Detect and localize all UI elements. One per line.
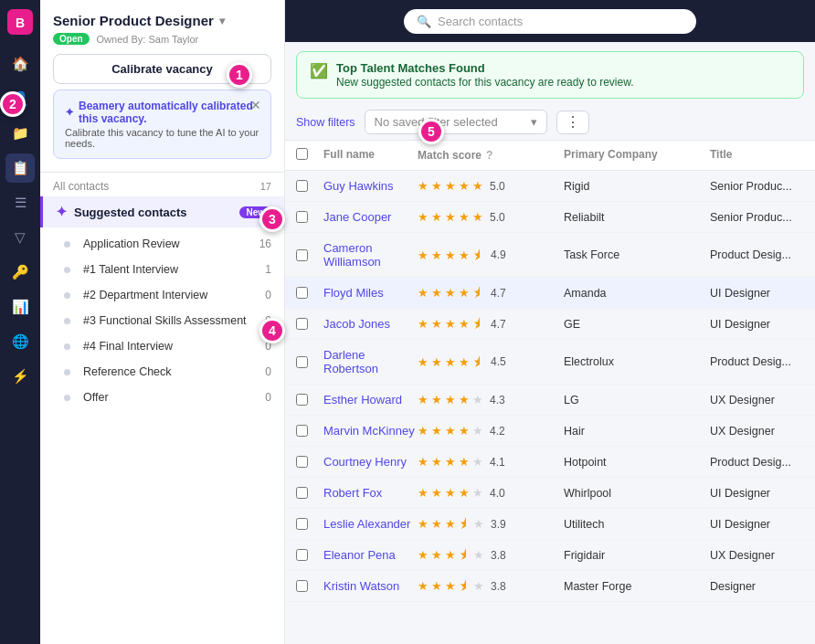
select-all-checkbox[interactable] <box>296 148 308 160</box>
table-row: Eleanor Pena ★★★⯨★ 3.8 Frigidair UX Desi… <box>285 540 815 571</box>
chevron-down-icon[interactable]: ▾ <box>219 15 225 27</box>
contact-name[interactable]: Floyd Miles <box>323 286 418 300</box>
star-full-icon: ★ <box>418 355 429 369</box>
job-title: UI Designer <box>710 518 804 531</box>
star-full-icon: ★ <box>431 486 442 500</box>
contact-name[interactable]: Eleanor Pena <box>323 548 418 562</box>
row-checkbox[interactable] <box>296 318 308 330</box>
nav-bolt[interactable]: ⚡ <box>5 362 35 391</box>
contact-name[interactable]: Jane Cooper <box>323 210 418 224</box>
stage-item[interactable]: Reference Check 0 <box>40 359 284 385</box>
contact-name[interactable]: Darlene Robertson <box>323 348 418 375</box>
show-filters-button[interactable]: Show filters <box>296 116 355 129</box>
close-icon[interactable]: ✕ <box>250 98 261 112</box>
filter-more-button[interactable]: ⋮ <box>556 111 589 134</box>
stage-item[interactable]: Offer 0 <box>40 385 284 410</box>
row-checkbox-cell <box>296 487 323 499</box>
score-value: 4.7 <box>491 287 506 300</box>
stage-item[interactable]: Application Review 16 <box>40 231 284 257</box>
star-full-icon: ★ <box>445 317 456 331</box>
star-full-icon: ★ <box>459 486 470 500</box>
filter-select[interactable]: No saved filter selected ▾ <box>365 110 547 134</box>
row-checkbox-cell <box>296 180 323 192</box>
stage-count: 1 <box>265 263 271 276</box>
nav-key[interactable]: 🔑 <box>5 258 35 287</box>
row-checkbox[interactable] <box>296 356 308 368</box>
row-checkbox[interactable] <box>296 456 308 468</box>
banner-title: Top Talent Matches Found <box>336 61 634 75</box>
star-full-icon: ★ <box>418 579 429 593</box>
contact-name[interactable]: Robert Fox <box>323 486 418 500</box>
row-checkbox[interactable] <box>296 425 308 437</box>
row-checkbox[interactable] <box>296 287 308 299</box>
row-checkbox-cell <box>296 518 323 530</box>
stage-name: #4 Final Interview <box>83 340 173 353</box>
job-title: UI Designer <box>710 487 804 500</box>
contact-name[interactable]: Marvin McKinney <box>323 424 418 438</box>
nav-globe[interactable]: 🌐 <box>5 327 35 356</box>
stage-item[interactable]: #2 Department Interview 0 <box>40 282 284 308</box>
match-score-cell: ★★★★★ 4.0 <box>418 486 564 500</box>
row-checkbox[interactable] <box>296 394 308 406</box>
search-box[interactable]: 🔍 Search contacts <box>404 9 696 34</box>
match-score-cell: ★★★★★ 5.0 <box>418 179 564 193</box>
calibrate-button[interactable]: Calibrate vacancy <box>53 54 271 84</box>
row-checkbox-cell <box>296 394 323 406</box>
row-checkbox[interactable] <box>296 211 308 223</box>
job-title: Senior Produc... <box>710 180 804 193</box>
contact-name[interactable]: Leslie Alexander <box>323 517 418 531</box>
star-full-icon: ★ <box>445 248 456 262</box>
contact-name[interactable]: Kristin Watson <box>323 579 418 593</box>
row-checkbox[interactable] <box>296 249 308 261</box>
logo[interactable]: B <box>7 9 33 35</box>
stage-item[interactable]: #4 Final Interview 0 <box>40 333 284 359</box>
star-full-icon: ★ <box>418 210 429 224</box>
company-name: Master Forge <box>564 580 710 593</box>
contact-name[interactable]: Cameron Williamson <box>323 241 418 269</box>
nav-filter[interactable]: ▽ <box>5 223 35 252</box>
contact-name[interactable]: Guy Hawkins <box>323 179 418 193</box>
company-name: LG <box>564 394 710 406</box>
score-value: 3.8 <box>491 580 506 593</box>
row-checkbox[interactable] <box>296 518 308 530</box>
star-empty-icon: ★ <box>472 424 483 438</box>
star-full-icon: ★ <box>459 393 470 406</box>
match-score-cell: ★★★★★ 4.1 <box>418 455 564 469</box>
nav-inbox[interactable]: 📋 <box>5 153 35 183</box>
nav-folders[interactable]: 📁 <box>5 119 35 148</box>
nav-chart[interactable]: 📊 <box>5 292 35 322</box>
row-checkbox[interactable] <box>296 487 308 499</box>
suggested-contacts-row[interactable]: ✦ Suggested contacts New <box>40 196 284 227</box>
score-value: 5.0 <box>490 211 505 224</box>
star-empty-icon: ★ <box>472 486 483 500</box>
nav-home[interactable]: 🏠 <box>5 49 35 79</box>
nav-contacts[interactable]: 👤 <box>5 84 35 113</box>
match-score-cell: ★★★★★ 4.2 <box>418 424 564 438</box>
row-checkbox[interactable] <box>296 180 308 192</box>
stage-item[interactable]: #1 Talent Interview 1 <box>40 257 284 282</box>
contact-name[interactable]: Courtney Henry <box>323 455 418 469</box>
table-row: Kristin Watson ★★★⯨★ 3.8 Master Forge De… <box>285 571 815 602</box>
stage-count: 0 <box>265 391 271 404</box>
info-icon[interactable]: ? <box>486 149 492 162</box>
row-checkbox-cell <box>296 356 323 368</box>
star-full-icon: ★ <box>459 317 470 331</box>
star-full-icon: ★ <box>445 548 456 562</box>
row-checkbox[interactable] <box>296 580 308 592</box>
company-name: Whirlpool <box>564 487 710 500</box>
banner-subtitle: New suggested contacts for this vacancy … <box>336 76 634 89</box>
all-contacts-section: All contacts 17 <box>40 173 284 196</box>
stage-dot <box>64 292 70 299</box>
star-full-icon: ★ <box>431 579 442 593</box>
row-checkbox[interactable] <box>296 549 308 561</box>
company-column-header: Primary Company <box>564 148 710 163</box>
table-row: Floyd Miles ★★★★⯨ 4.7 Amanda UI Designer <box>285 278 815 309</box>
nav-lists[interactable]: ☰ <box>5 188 35 217</box>
row-checkbox-cell <box>296 456 323 468</box>
stage-item[interactable]: #3 Functional Skills Assessment 0 <box>40 308 284 333</box>
star-full-icon: ★ <box>445 210 456 224</box>
score-value: 4.5 <box>491 355 506 368</box>
contact-name[interactable]: Jacob Jones <box>323 317 418 331</box>
stage-name: #3 Functional Skills Assessment <box>83 314 247 327</box>
contact-name[interactable]: Esther Howard <box>323 393 418 406</box>
